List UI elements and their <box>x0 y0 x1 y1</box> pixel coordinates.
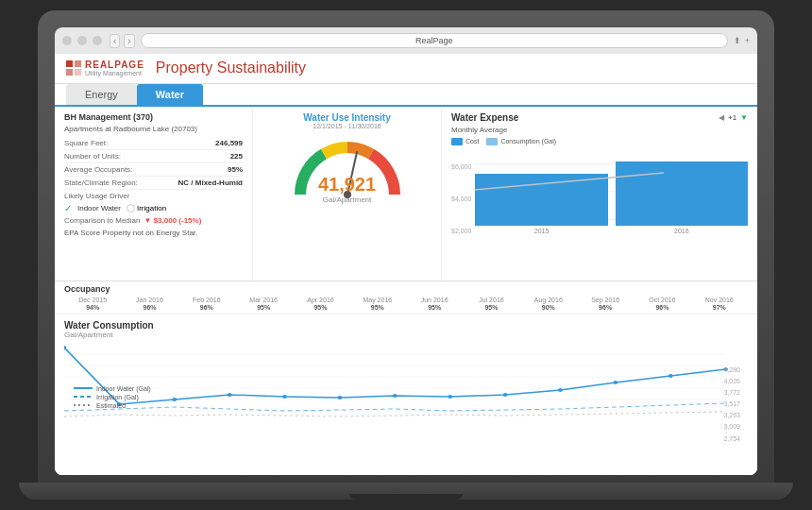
y-axis-right: 4,280 4,026 3,772 3,517 3,263 3,009 2,75… <box>723 366 740 442</box>
share-icon[interactable]: ⬆ <box>734 36 741 45</box>
legend-consumption: Consumption (Gal) <box>486 138 556 145</box>
logo-icon <box>66 60 81 76</box>
month-10: Oct 2016 <box>634 296 690 304</box>
svg-rect-1 <box>75 60 81 67</box>
tab-energy[interactable]: Energy <box>66 84 137 105</box>
legend-indoor-water: Indoor Water (Gal) <box>74 385 151 392</box>
occ-10: 96% <box>634 304 690 311</box>
y-axis-labels: $6,000 $4,000 $2,000 <box>451 163 471 234</box>
occ-4: 95% <box>292 304 348 311</box>
svg-point-25 <box>668 374 673 378</box>
svg-point-23 <box>558 388 563 392</box>
occ-3: 95% <box>235 304 292 311</box>
svg-point-16 <box>172 398 177 401</box>
occ-9: 96% <box>577 304 634 311</box>
browser-min-btn[interactable] <box>77 36 87 45</box>
indoor-water-option[interactable]: Indoor Water <box>77 204 121 212</box>
estimated-line-sample <box>74 404 93 406</box>
gauge-number: 41,921 <box>318 174 376 196</box>
gauge-unit: Gal/Apartment <box>318 196 376 204</box>
month-8: Aug 2016 <box>520 296 577 304</box>
occ-8: 90% <box>520 304 577 311</box>
bars-area: 2015 2016 <box>475 163 748 234</box>
svg-point-24 <box>614 381 618 384</box>
region-label: State/Climate Region: <box>64 178 138 187</box>
legend-cost: Cost <box>451 138 479 145</box>
bar-group-2016: 2016 <box>616 162 748 234</box>
occupants-value: 95% <box>228 165 243 174</box>
check-indoor-icon: ✓ <box>64 203 72 213</box>
occupants-label: Average Occupants: <box>64 165 132 174</box>
group-label: BH Management (370) <box>64 112 243 122</box>
comparison-label: Comparison to Median <box>64 216 140 225</box>
bar-label-2015: 2015 <box>534 228 550 234</box>
browser-max-btn[interactable] <box>93 36 102 45</box>
expense-prev-btn[interactable]: ◀ <box>719 113 724 122</box>
month-7: Jul 2016 <box>463 296 519 304</box>
sqft-label: Square Feet: <box>64 139 108 147</box>
screen-content: REALPAGE Utility Management Property Sus… <box>55 54 757 475</box>
chart-area: 4,280 4,026 3,772 3,517 3,263 3,009 2,75… <box>64 343 748 423</box>
chart-title: Water Consumption <box>64 320 748 331</box>
units-label: Number of Units: <box>64 152 121 161</box>
occupants-row: Average Occupants: 95% <box>64 163 243 177</box>
line-chart-svg <box>64 343 748 423</box>
app-title: Property Sustainability <box>156 60 306 76</box>
logo-sub: Utility Management <box>85 70 144 77</box>
gauge-value: 41,921 Gal/Apartment <box>318 174 376 204</box>
month-6: Jun 2016 <box>406 296 463 304</box>
bookmark-icon[interactable]: + <box>745 36 750 45</box>
month-1: Jan 2016 <box>121 296 178 304</box>
occ-1: 96% <box>121 304 178 311</box>
month-4: Apr 2016 <box>292 296 348 304</box>
svg-rect-2 <box>66 69 73 76</box>
browser-close-btn[interactable] <box>62 36 72 45</box>
legend-estimated: Estimated <box>74 402 151 409</box>
region-value: NC / Mixed-Humid <box>178 178 243 187</box>
indoor-water-line-sample <box>74 387 93 389</box>
browser-bar: ‹ › RealPage ⬆ + <box>55 27 757 54</box>
expense-next-btn[interactable]: ▼ <box>740 113 748 122</box>
nav-forward-btn[interactable]: › <box>124 34 134 48</box>
expense-title: Water Expense <box>451 112 518 123</box>
occ-2: 96% <box>178 304 235 311</box>
month-9: Sep 2016 <box>577 296 634 304</box>
url-bar[interactable]: RealPage <box>141 33 728 48</box>
logo-text: REALPAGE <box>85 60 144 70</box>
expense-nav-indicator: +1 <box>728 113 736 122</box>
legend-irrigation: Irrigation (Gal) <box>74 394 151 400</box>
epa-row: EPA Score Property not on Energy Star. <box>64 227 243 239</box>
svg-rect-3 <box>75 69 81 76</box>
chart-panel: Water Consumption Gal/Apartment 4,280 4,… <box>55 314 757 475</box>
tab-water[interactable]: Water <box>137 84 203 105</box>
occ-5: 95% <box>349 304 406 311</box>
property-label: Apartments at Radbourne Lake (20703) <box>64 125 243 133</box>
occ-0: 94% <box>64 304 121 311</box>
usage-driver-row: Likely Usage Driver <box>64 190 243 202</box>
svg-point-18 <box>282 395 287 399</box>
nav-back-btn[interactable]: ‹ <box>110 34 120 48</box>
gauge-panel: Water Use Intensity 12/1/2015 - 11/30/20… <box>253 107 442 280</box>
expense-panel: Water Expense ◀ +1 ▼ Monthly Average <box>442 107 757 280</box>
top-panel: BH Management (370) Apartments at Radbou… <box>55 107 757 281</box>
region-row: State/Climate Region: NC / Mixed-Humid <box>64 177 243 190</box>
occ-values-row: 94% 96% 96% 95% 95% 95% 95% 95% 90% 96% … <box>64 304 748 311</box>
months-row: Dec 2015 Jan 2016 Feb 2016 Mar 2016 Apr … <box>64 296 748 304</box>
epa-value: Property not on Energy Star. <box>102 229 197 237</box>
occupancy-strip: Occupancy Dec 2015 Jan 2016 Feb 2016 Mar… <box>55 281 757 314</box>
month-0: Dec 2015 <box>64 296 121 304</box>
radio-irrigation-icon <box>127 204 135 212</box>
bar-2016 <box>616 162 748 226</box>
irrigation-option[interactable]: Irrigation <box>127 204 166 212</box>
irrigation-line-sample <box>74 396 93 398</box>
browser-actions: ⬆ + <box>734 36 750 45</box>
occ-7: 95% <box>463 304 519 311</box>
expense-header: Water Expense ◀ +1 ▼ <box>451 112 748 123</box>
units-value: 225 <box>230 152 243 161</box>
comparison-row: Comparison to Median ▼ $3,000 (-15%) <box>64 214 243 227</box>
bar-chart: $6,000 $4,000 $2,000 <box>451 149 748 234</box>
svg-point-20 <box>393 394 398 398</box>
occupancy-title: Occupancy <box>64 284 748 294</box>
expense-nav: ◀ +1 ▼ <box>719 113 748 122</box>
gauge-container: 41,921 Gal/Apartment <box>286 133 409 209</box>
